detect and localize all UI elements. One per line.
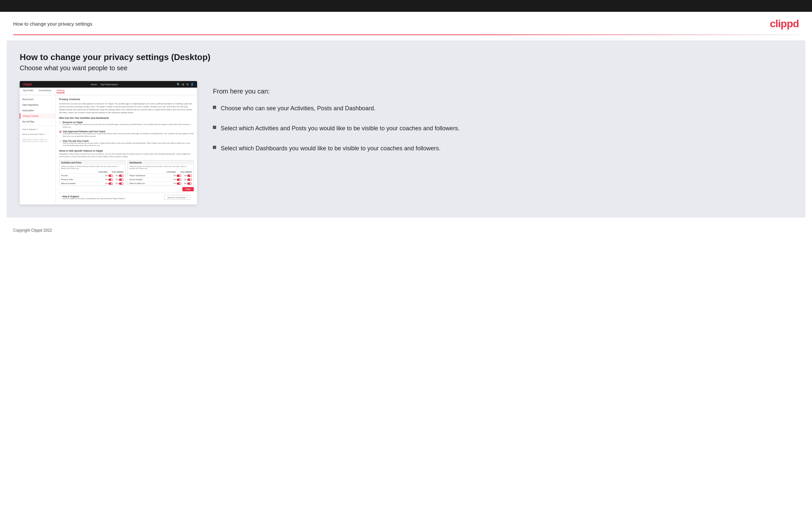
player-followers-toggle[interactable] bbox=[187, 175, 192, 177]
chevron-right-icon: › bbox=[52, 115, 53, 117]
sidebar-version: Clippd Client Version: 2022.8.2SQL Serve… bbox=[20, 136, 55, 145]
subnav-settings: Settings bbox=[56, 89, 65, 93]
sidebar-my-account: My Account › bbox=[20, 97, 55, 102]
bullet-text-3: Select which Dashboards you would like t… bbox=[221, 145, 441, 153]
sidebar-divider bbox=[20, 125, 55, 126]
show-hide-title: Show or hide specific features in Clippd bbox=[59, 150, 194, 152]
what-coaches-toggle[interactable] bbox=[177, 182, 181, 185]
rounds-followers-toggle[interactable] bbox=[119, 175, 123, 177]
app-nav-logo: clippd bbox=[23, 83, 32, 86]
coaches-header-dash: COACHES bbox=[166, 171, 176, 173]
player-dashboard-row: Player Dashboard ON ON bbox=[128, 174, 194, 177]
bullet-list: Choose who can see your Activities, Post… bbox=[213, 104, 792, 153]
bullet-square-3 bbox=[213, 146, 216, 149]
settings-icon: ⚙ bbox=[186, 83, 189, 86]
dashboards-table-desc: Select the types of activity that you'd … bbox=[128, 165, 194, 170]
round-coaches-toggle[interactable] bbox=[177, 178, 181, 181]
show-hide-desc: Regardless of the privacy controls that … bbox=[59, 153, 194, 158]
bullet-text-1: Choose who can see your Activities, Post… bbox=[221, 104, 375, 113]
sidebar-subscription: Subscription › bbox=[20, 108, 55, 113]
help-title: Help & Support bbox=[62, 195, 125, 198]
radio-only-you: Only You and Your Coach Only you and the… bbox=[59, 140, 194, 147]
round-insights-row: Round Insights ON ON bbox=[128, 177, 194, 181]
top-bar bbox=[0, 0, 812, 12]
app-nav: clippd Home My Performance 🔍 ⊞ ⚙ 👤 bbox=[20, 81, 197, 88]
bullet-item-3: Select which Dashboards you would like t… bbox=[213, 145, 792, 153]
manual-followers-toggle[interactable] bbox=[119, 182, 123, 185]
chevron-right-icon: › bbox=[52, 110, 53, 112]
show-hide-section: Show or hide specific features in Clippd… bbox=[59, 150, 194, 185]
what-to-work-on-row: What To Work On ON ON bbox=[128, 181, 194, 185]
player-coaches-toggle[interactable] bbox=[177, 175, 181, 177]
chevron-right-icon: › bbox=[52, 121, 53, 123]
app-main-area: Privacy Controls Control how you and you… bbox=[56, 95, 197, 205]
privacy-controls-desc: Control how you and your data appears to… bbox=[59, 102, 194, 114]
screenshot-mockup: clippd Home My Performance 🔍 ⊞ ⚙ 👤 My Pr… bbox=[20, 81, 197, 205]
rounds-coaches-toggle[interactable] bbox=[108, 175, 113, 177]
followers-header: FOLLOWERS bbox=[112, 171, 123, 173]
activities-table: Activities and Posts Select the types of… bbox=[59, 160, 125, 186]
copyright: Copyright Clippd 2022 bbox=[13, 228, 52, 233]
bullet-item-1: Choose who can see your Activities, Post… bbox=[213, 104, 792, 113]
coaches-header: COACHES bbox=[98, 171, 107, 173]
privacy-controls-title: Privacy Controls bbox=[59, 98, 194, 101]
activities-table-desc: Select the types of activity that you'd … bbox=[59, 165, 125, 170]
nav-link-home: Home bbox=[91, 83, 97, 86]
app-subnav: My Profile Connections Settings bbox=[20, 88, 197, 95]
what-followers-toggle[interactable] bbox=[187, 182, 192, 185]
logo: clippd bbox=[770, 18, 799, 30]
manual-activities-row: Manual Activities ON ON bbox=[59, 181, 125, 185]
grid-icon: ⊞ bbox=[182, 83, 184, 86]
dashboards-table-header: Dashboards bbox=[128, 161, 194, 165]
app-mockup-inner: clippd Home My Performance 🔍 ⊞ ⚙ 👤 My Pr… bbox=[20, 81, 197, 205]
radio-circle-approved bbox=[59, 130, 61, 133]
radio-everyone: Everyone on Clippd Everyone on Clippd ca… bbox=[59, 121, 194, 128]
rounds-row: Rounds ON ON bbox=[59, 174, 125, 177]
subnav-profile: My Profile bbox=[23, 89, 33, 93]
page-subheading: Choose what you want people to see bbox=[20, 64, 792, 72]
header: How to change your privacy settings clip… bbox=[0, 12, 812, 35]
avatar-icon: 👤 bbox=[191, 83, 194, 86]
content-columns: clippd Home My Performance 🔍 ⊞ ⚙ 👤 My Pr… bbox=[20, 81, 792, 205]
radio-circle-everyone bbox=[59, 121, 61, 124]
practice-coaches-toggle[interactable] bbox=[108, 178, 113, 181]
subnav-connections: Connections bbox=[39, 89, 51, 93]
who-can-see-title: Who Can See Your Activities and Dashboar… bbox=[59, 117, 194, 119]
sidebar-help-support: Help & Support ↗ bbox=[20, 127, 55, 131]
activities-col-headers: COACHES FOLLOWERS bbox=[59, 170, 125, 174]
app-sidebar: My Account › Data Integrations › Subscri… bbox=[20, 95, 56, 205]
from-here-title: From here you can: bbox=[213, 88, 792, 95]
app-nav-links: Home My Performance bbox=[91, 83, 117, 86]
chevron-right-icon: › bbox=[52, 99, 53, 100]
bullet-item-2: Select which Activities and Posts you wo… bbox=[213, 124, 792, 132]
right-panel: From here you can: Choose who can see yo… bbox=[213, 81, 792, 153]
header-title: How to change your privacy settings bbox=[13, 21, 92, 26]
page-heading: How to change your privacy settings (Des… bbox=[20, 52, 792, 62]
radio-circle-only-you bbox=[59, 140, 61, 143]
visit-community-button[interactable]: Visit Our Community ↗ bbox=[164, 195, 191, 200]
app-nav-icons: 🔍 ⊞ ⚙ 👤 bbox=[177, 83, 194, 86]
manual-coaches-toggle[interactable] bbox=[108, 182, 113, 185]
help-desc: Visit our Clippd community to troublesho… bbox=[62, 198, 125, 200]
visibility-radio-group: Everyone on Clippd Everyone on Clippd ca… bbox=[59, 121, 194, 147]
sidebar-privacy-controls: Privacy Controls › bbox=[20, 113, 55, 119]
dashboards-table: Dashboards Select the types of activity … bbox=[128, 160, 194, 186]
practice-followers-toggle[interactable] bbox=[119, 178, 123, 181]
footer: Copyright Clippd 2022 bbox=[0, 223, 812, 238]
main-content: How to change your privacy settings (Des… bbox=[7, 40, 805, 218]
toggle-tables: Activities and Posts Select the types of… bbox=[59, 160, 194, 186]
sidebar-data-integrations: Data Integrations › bbox=[20, 102, 55, 108]
chevron-right-icon: › bbox=[52, 104, 53, 106]
practice-drills-row: Practice Drills ON ON bbox=[59, 177, 125, 181]
followers-header-dash: FOLLOWERS bbox=[180, 171, 192, 173]
app-body: My Account › Data Integrations › Subscri… bbox=[20, 95, 197, 205]
search-icon: 🔍 bbox=[177, 83, 180, 86]
dashboards-col-headers: COACHES FOLLOWERS bbox=[128, 170, 194, 174]
save-button[interactable]: Save bbox=[182, 187, 194, 191]
bullet-square-2 bbox=[213, 126, 216, 129]
round-followers-toggle[interactable] bbox=[187, 178, 192, 181]
save-row: Save bbox=[59, 186, 194, 192]
header-divider bbox=[13, 35, 799, 35]
activities-table-header: Activities and Posts bbox=[59, 161, 125, 165]
bullet-text-2: Select which Activities and Posts you wo… bbox=[221, 124, 460, 132]
